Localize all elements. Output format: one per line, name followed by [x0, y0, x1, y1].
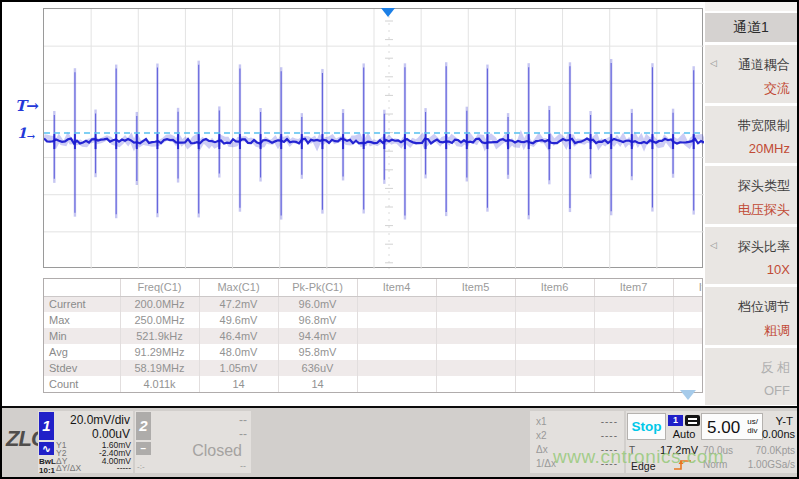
- oscilloscope-screen: T→ 1→ Freq(C1)Max(C1)Pk-Pk(C1)Item4Item5…: [0, 0, 799, 479]
- value-cell: [594, 296, 673, 312]
- value-cell: 91.29MHz: [120, 344, 199, 360]
- table-row: Stdev58.19MHz1.05mV636uV: [44, 360, 703, 376]
- value-cell: 94.4mV: [278, 328, 357, 344]
- value-cell: 521.9kHz: [120, 328, 199, 344]
- value-cell: [673, 344, 703, 360]
- trigger-level-arrow-icon: →: [26, 97, 39, 115]
- value-cell: [436, 312, 515, 328]
- channel1-status-panel[interactable]: 1 20.0mV/div 0.00uV ∿ BwL 10:1 Y11.60mVY…: [38, 411, 133, 473]
- menu-item-value: 粗调: [705, 322, 797, 340]
- table-scroll-down-icon[interactable]: [680, 390, 696, 400]
- menu-item-label: 探头比率: [705, 238, 797, 256]
- row-label-cell: Stdev: [44, 360, 120, 376]
- value-cell: [436, 328, 515, 344]
- menu-item-value: 交流: [705, 80, 797, 98]
- table-header-cell: Item4: [357, 279, 436, 296]
- value-cell: [673, 360, 703, 376]
- channel1-cursor-readout: Y11.60mVY2-2.40mVΔY4.00mVΔY/ΔX-----: [56, 442, 131, 473]
- row-label-cell: Avg: [44, 344, 120, 360]
- trigger-position-marker-icon[interactable]: [381, 8, 395, 17]
- table-header-cell: Max(C1): [199, 279, 278, 296]
- value-cell: 636uV: [278, 360, 357, 376]
- menu-item-value: OFF: [705, 383, 797, 398]
- value-cell: [436, 360, 515, 376]
- channel2-footer-label: -:-: [137, 462, 145, 471]
- table-header-cell: Item5: [436, 279, 515, 296]
- trigger-level-label: T: [15, 97, 26, 115]
- measurement-table-container: Freq(C1)Max(C1)Pk-Pk(C1)Item4Item5Item6I…: [43, 278, 703, 393]
- value-cell: [515, 376, 594, 392]
- menu-item-label: 探头类型: [705, 177, 797, 195]
- menu-item-value: 10X: [705, 262, 797, 277]
- sidebar-section-2[interactable]: 带宽限制20MHz: [705, 106, 797, 164]
- value-cell: 14: [199, 376, 278, 392]
- memory-depth: 70.0Kpts: [756, 445, 795, 456]
- value-cell: 48.0mV: [199, 344, 278, 360]
- sidebar-top-strip: [705, 2, 797, 11]
- channel2-status-panel[interactable]: 2 -- -- − Closed -:- --: [135, 411, 251, 473]
- table-header-cell: Pk-Pk(C1): [278, 279, 357, 296]
- channel1-ground-label: 1: [17, 125, 27, 141]
- value-cell: [594, 328, 673, 344]
- value-cell: [515, 328, 594, 344]
- measurement-table: Freq(C1)Max(C1)Pk-Pk(C1)Item4Item5Item6I…: [44, 279, 703, 392]
- menu-item-label: 档位调节: [705, 298, 797, 316]
- channel2-badge[interactable]: 2: [136, 412, 151, 440]
- table-row: Min521.9kHz46.4mV94.4mV: [44, 328, 703, 344]
- timebase-scale-unit: us/div: [747, 417, 758, 435]
- table-row: Avg91.29MHz48.0mV95.8mV: [44, 344, 703, 360]
- value-cell: [594, 376, 673, 392]
- value-cell: 4.011k: [120, 376, 199, 392]
- value-cell: 14: [278, 376, 357, 392]
- trigger-delay: 0.00ns: [762, 428, 795, 440]
- value-cell: [515, 360, 594, 376]
- table-header-cell: [44, 279, 120, 296]
- channel1-scale: 20.0mV/div: [70, 413, 130, 427]
- bandwidth-limit-label: BwL: [39, 457, 56, 466]
- sidebar-section-1[interactable]: ◁通道耦合交流: [705, 45, 797, 103]
- channel1-ground-marker[interactable]: 1→: [17, 125, 35, 142]
- waveform-display: [43, 8, 703, 268]
- row-label-cell: Count: [44, 376, 120, 392]
- table-header-cell: Freq(C1): [120, 279, 199, 296]
- x-cursor-row: x1----: [536, 415, 618, 429]
- value-cell: [357, 344, 436, 360]
- value-cell: 46.4mV: [199, 328, 278, 344]
- table-row: Current200.0MHz47.2mV96.0mV: [44, 296, 703, 312]
- channel1-offset: 0.00uV: [92, 427, 130, 441]
- table-row: Max250.0MHz49.6mV96.8mV: [44, 312, 703, 328]
- value-cell: [515, 344, 594, 360]
- value-cell: [594, 312, 673, 328]
- run-state-indicator[interactable]: Stop: [627, 413, 666, 440]
- sidebar-section-5[interactable]: 档位调节粗调: [705, 287, 797, 345]
- display-mode: Y-T: [776, 415, 793, 427]
- submenu-arrow-icon: ◁: [710, 240, 717, 250]
- trigger-source-badge: 1: [668, 415, 683, 426]
- trigger-level-marker[interactable]: T→: [15, 97, 39, 115]
- sample-rate: 1.00GSa/s: [748, 459, 795, 470]
- channel2-coupling-icon: −: [136, 442, 151, 455]
- x-cursor-row: x2----: [536, 429, 618, 443]
- value-cell: [357, 376, 436, 392]
- channel1-badge[interactable]: 1: [39, 412, 54, 440]
- value-cell: [357, 312, 436, 328]
- table-header-cell: Item6: [515, 279, 594, 296]
- value-cell: 200.0MHz: [120, 296, 199, 312]
- trigger-coupling-icon: [685, 415, 700, 426]
- row-label-cell: Min: [44, 328, 120, 344]
- waveform-svg: [44, 9, 704, 269]
- value-cell: [673, 296, 703, 312]
- value-cell: [673, 312, 703, 328]
- channel2-offset: --: [239, 427, 247, 441]
- value-cell: 96.0mV: [278, 296, 357, 312]
- trigger-mode: Auto: [668, 428, 700, 440]
- watermark-text: www.cntronics.com: [553, 446, 724, 468]
- value-cell: 250.0MHz: [120, 312, 199, 328]
- sidebar-section-6[interactable]: 反 相OFF: [705, 348, 797, 406]
- value-cell: [515, 296, 594, 312]
- row-label-cell: Current: [44, 296, 120, 312]
- timebase-scale-box[interactable]: 5.00 us/div: [701, 413, 763, 440]
- sidebar-section-4[interactable]: ◁探头比率10X: [705, 227, 797, 285]
- menu-item-value: 电压探头: [705, 201, 797, 219]
- sidebar-section-3[interactable]: 探头类型电压探头: [705, 166, 797, 224]
